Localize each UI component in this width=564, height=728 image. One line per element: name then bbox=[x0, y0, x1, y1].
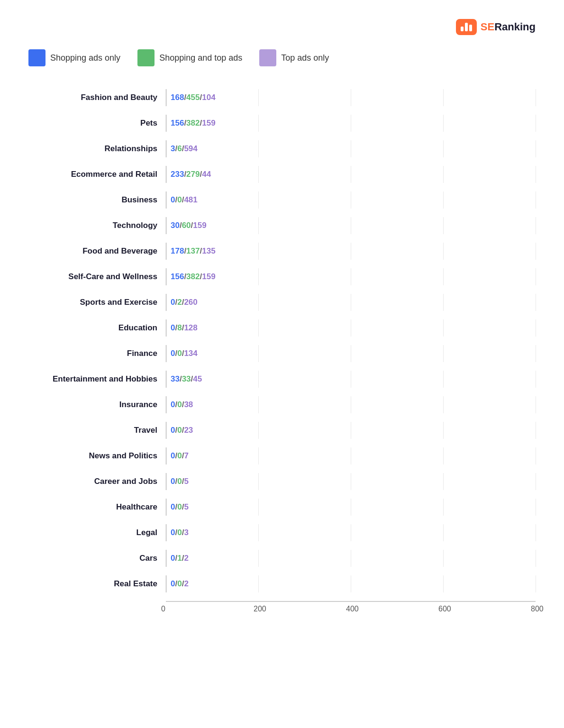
bar-area: 33/33/45 bbox=[166, 371, 536, 388]
chart-rows: Fashion and Beauty 168/455/104 Pets 156/… bbox=[28, 85, 536, 597]
bar-label: 0/0/5 bbox=[171, 477, 189, 486]
table-row: Healthcare 0/0/5 bbox=[28, 495, 536, 519]
bar-area: 0/0/5 bbox=[166, 473, 536, 490]
legend-item-shopping-and-top-ads: Shopping and top ads bbox=[137, 49, 242, 66]
table-row: News and Politics 0/0/7 bbox=[28, 444, 536, 468]
bar-area: 3/6/594 bbox=[166, 140, 536, 157]
bar-label: 0/2/260 bbox=[171, 298, 198, 307]
bar-area: 0/0/134 bbox=[166, 345, 536, 362]
row-label: Food and Beverage bbox=[28, 246, 166, 256]
bar-area: 0/2/260 bbox=[166, 294, 536, 311]
table-row: Finance 0/0/134 bbox=[28, 341, 536, 366]
bar-label: 0/1/2 bbox=[171, 554, 189, 563]
bar-area: 30/60/159 bbox=[166, 217, 536, 234]
bar-label: 156/382/159 bbox=[171, 118, 216, 128]
table-row: Sports and Exercise 0/2/260 bbox=[28, 290, 536, 315]
bar-label: 30/60/159 bbox=[171, 221, 207, 230]
bar-label: 0/0/7 bbox=[171, 451, 189, 461]
legend-label-shopping-and-top-ads: Shopping and top ads bbox=[159, 53, 242, 63]
bar-label: 0/0/2 bbox=[171, 579, 189, 589]
bar-label: 0/0/5 bbox=[171, 502, 189, 512]
row-label: Career and Jobs bbox=[28, 477, 166, 486]
bar-area: 0/1/2 bbox=[166, 550, 536, 567]
row-label: Travel bbox=[28, 426, 166, 435]
row-label: Cars bbox=[28, 554, 166, 563]
table-row: Cars 0/1/2 bbox=[28, 546, 536, 571]
bar-area: 156/382/159 bbox=[166, 268, 536, 285]
chart-legend: Shopping ads only Shopping and top ads T… bbox=[28, 49, 536, 66]
bar-label: 0/0/481 bbox=[171, 195, 198, 205]
bar-area: 168/455/104 bbox=[166, 89, 536, 106]
row-label: Finance bbox=[28, 349, 166, 358]
bar-label: 33/33/45 bbox=[171, 374, 202, 384]
x-axis-tick: 0 bbox=[161, 605, 165, 613]
row-label: News and Politics bbox=[28, 451, 166, 461]
row-label: Education bbox=[28, 323, 166, 333]
table-row: Real Estate 0/0/2 bbox=[28, 572, 536, 596]
x-axis-tick: 800 bbox=[531, 605, 544, 613]
table-row: Insurance 0/0/38 bbox=[28, 392, 536, 417]
table-row: Self-Care and Wellness 156/382/159 bbox=[28, 264, 536, 289]
bar-area: 0/0/3 bbox=[166, 524, 536, 541]
logo-text: SERanking bbox=[481, 21, 536, 33]
row-label: Sports and Exercise bbox=[28, 298, 166, 307]
bar-label: 0/0/38 bbox=[171, 400, 193, 410]
row-label: Insurance bbox=[28, 400, 166, 410]
legend-item-top-ads-only: Top ads only bbox=[259, 49, 329, 66]
bar-area: 0/0/23 bbox=[166, 422, 536, 439]
bar-label: 178/137/135 bbox=[171, 246, 216, 256]
bar-label: 0/8/128 bbox=[171, 323, 198, 333]
legend-label-top-ads-only: Top ads only bbox=[281, 53, 329, 63]
table-row: Fashion and Beauty 168/455/104 bbox=[28, 85, 536, 110]
table-row: Pets 156/382/159 bbox=[28, 111, 536, 136]
row-label: Legal bbox=[28, 528, 166, 537]
x-axis-tick: 200 bbox=[254, 605, 266, 613]
row-label: Fashion and Beauty bbox=[28, 93, 166, 102]
row-label: Pets bbox=[28, 118, 166, 128]
bar-label: 3/6/594 bbox=[171, 144, 198, 154]
bar-area: 0/0/481 bbox=[166, 191, 536, 209]
bar-label: 0/0/23 bbox=[171, 426, 193, 435]
table-row: Food and Beverage 178/137/135 bbox=[28, 239, 536, 264]
bar-area: 0/0/38 bbox=[166, 396, 536, 413]
bar-area: 0/0/7 bbox=[166, 447, 536, 464]
bar-area: 156/382/159 bbox=[166, 115, 536, 132]
row-label: Technology bbox=[28, 221, 166, 230]
bar-label: 156/382/159 bbox=[171, 272, 216, 282]
bar-area: 0/0/5 bbox=[166, 499, 536, 516]
table-row: Ecommerce and Retail 233/279/44 bbox=[28, 162, 536, 187]
row-label: Relationships bbox=[28, 144, 166, 154]
x-axis-tick: 600 bbox=[438, 605, 451, 613]
bar-label: 168/455/104 bbox=[171, 93, 216, 102]
row-label: Entertainment and Hobbies bbox=[28, 374, 166, 384]
bar-label: 233/279/44 bbox=[171, 170, 211, 179]
legend-swatch-shopping-ads-only bbox=[28, 49, 45, 66]
table-row: Legal 0/0/3 bbox=[28, 520, 536, 545]
table-row: Business 0/0/481 bbox=[28, 188, 536, 212]
row-label: Ecommerce and Retail bbox=[28, 170, 166, 179]
table-row: Entertainment and Hobbies 33/33/45 bbox=[28, 367, 536, 391]
legend-swatch-shopping-and-top-ads bbox=[137, 49, 155, 66]
chart-container: Fashion and Beauty 168/455/104 Pets 156/… bbox=[28, 85, 536, 614]
legend-swatch-top-ads-only bbox=[259, 49, 276, 66]
legend-label-shopping-ads-only: Shopping ads only bbox=[50, 53, 120, 63]
bar-area: 0/0/2 bbox=[166, 575, 536, 592]
logo-icon bbox=[456, 19, 477, 35]
bar-area: 0/8/128 bbox=[166, 319, 536, 337]
row-label: Business bbox=[28, 195, 166, 205]
table-row: Travel 0/0/23 bbox=[28, 418, 536, 443]
table-row: Technology 30/60/159 bbox=[28, 213, 536, 238]
table-row: Relationships 3/6/594 bbox=[28, 136, 536, 161]
page-header: SERanking bbox=[28, 19, 536, 35]
bar-area: 178/137/135 bbox=[166, 243, 536, 260]
bar-label: 0/0/3 bbox=[171, 528, 189, 537]
row-label: Self-Care and Wellness bbox=[28, 272, 166, 282]
x-axis-tick: 400 bbox=[346, 605, 359, 613]
row-label: Real Estate bbox=[28, 579, 166, 589]
legend-item-shopping-ads-only: Shopping ads only bbox=[28, 49, 120, 66]
table-row: Career and Jobs 0/0/5 bbox=[28, 469, 536, 494]
table-row: Education 0/8/128 bbox=[28, 316, 536, 340]
bar-area: 233/279/44 bbox=[166, 166, 536, 183]
bar-label: 0/0/134 bbox=[171, 349, 198, 358]
logo: SERanking bbox=[456, 19, 536, 35]
